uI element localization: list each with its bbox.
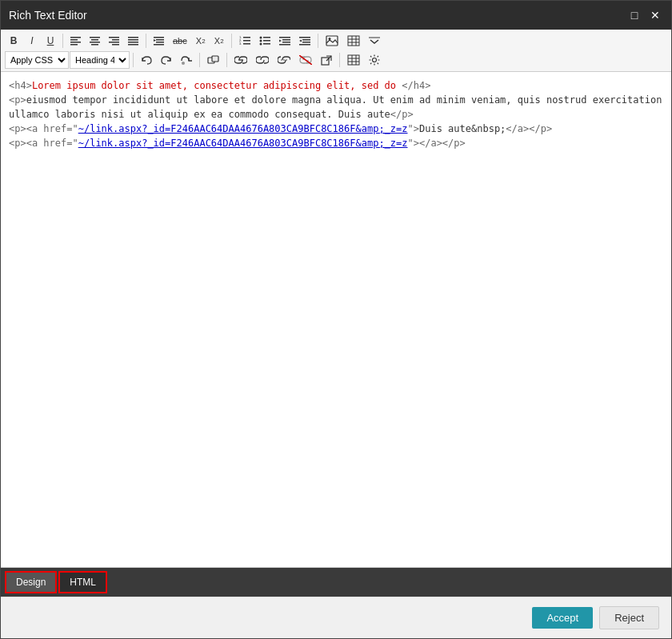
css-class-select[interactable]: Apply CSS Cl... [5,51,69,69]
undo-button[interactable] [137,51,156,69]
svg-rect-12 [128,37,138,38]
svg-marker-37 [279,39,282,42]
svg-rect-39 [302,39,310,41]
redo2-button[interactable] [177,51,196,69]
underline-button[interactable]: U [42,32,59,50]
svg-rect-40 [302,42,310,43]
svg-rect-6 [90,42,100,43]
svg-point-51 [182,62,185,65]
align-left-button[interactable] [66,32,85,50]
superscript-button[interactable]: X2 [210,32,228,50]
svg-rect-3 [70,44,78,46]
separator-5 [133,53,134,67]
link-remove-button[interactable] [295,51,316,69]
separator-4 [318,34,318,48]
mode-bar: Design HTML [1,568,671,597]
svg-rect-16 [154,37,164,38]
redo-button[interactable] [157,51,176,69]
more-button[interactable] [365,32,384,50]
format-button[interactable] [203,51,223,69]
svg-rect-15 [128,44,138,46]
heading-select[interactable]: Heading 1 Heading 2 Heading 3 Heading 4 … [70,51,130,69]
svg-rect-5 [91,39,98,41]
svg-rect-41 [299,44,310,46]
svg-rect-4 [90,37,100,38]
svg-rect-19 [154,44,164,46]
title-bar-controls: □ ✕ [626,7,663,23]
editor-content-area[interactable]: <h4>Lorem ipsum dolor sit amet, consecte… [1,72,671,568]
svg-rect-21 [243,37,250,38]
indent-button[interactable] [150,32,168,50]
svg-text:3.: 3. [239,42,242,46]
html-mode-button[interactable]: HTML [58,571,107,593]
link-edit-button[interactable] [252,51,273,69]
increase-indent-button[interactable] [275,32,294,50]
svg-rect-1 [70,39,78,41]
svg-rect-38 [299,37,310,38]
svg-marker-42 [299,39,302,42]
separator-1 [62,34,63,48]
toolbar-row-1: B I U abc X2 X2 1.2 [5,32,667,50]
align-justify-button[interactable] [124,32,142,50]
separator-2 [146,34,146,48]
svg-marker-20 [154,39,156,42]
table2-button[interactable] [343,51,364,69]
svg-rect-28 [263,40,270,42]
decrease-indent-button[interactable] [295,32,314,50]
title-bar: Rich Text Editor □ ✕ [1,1,671,30]
svg-rect-36 [279,44,290,46]
toolbar-row-2: Apply CSS Cl... Heading 1 Heading 2 Head… [5,51,667,69]
rich-text-editor-dialog: Rich Text Editor □ ✕ B I U [0,0,672,639]
svg-rect-11 [112,44,119,46]
editor-content: <h4>Lorem ipsum dolor sit amet, consecte… [9,78,663,150]
separator-8 [339,53,340,67]
maximize-button[interactable]: □ [626,7,642,23]
svg-rect-59 [348,55,359,65]
svg-rect-18 [156,42,164,43]
svg-rect-33 [279,37,290,38]
content-line-2: <p>eiusmod tempor incididunt ut labore e… [9,93,663,122]
link-insert-button[interactable] [230,51,251,69]
ordered-list-button[interactable]: 1.2.3. [235,32,254,50]
unordered-list-button[interactable] [255,32,274,50]
bold-button[interactable]: B [5,32,22,50]
dialog-title: Rich Text Editor [9,9,87,22]
align-right-button[interactable] [105,32,123,50]
close-button[interactable]: ✕ [647,7,663,23]
strikethrough-button[interactable]: abc [169,32,191,50]
align-center-button[interactable] [86,32,104,50]
svg-point-31 [259,39,262,42]
svg-rect-14 [128,42,138,43]
subscript-button[interactable]: X2 [192,32,210,50]
svg-rect-7 [91,44,98,46]
settings-button[interactable] [365,51,384,69]
accept-button[interactable]: Accept [532,607,593,629]
link-open-button[interactable] [317,51,336,69]
table-button[interactable] [343,32,364,50]
svg-rect-27 [263,37,270,38]
content-line-3: <p><a href="~/link.aspx?_id=F246AAC64DAA… [9,122,663,136]
svg-rect-17 [156,39,164,41]
svg-rect-10 [109,42,119,43]
svg-rect-53 [212,56,218,62]
svg-point-64 [373,58,377,62]
reject-button[interactable]: Reject [599,606,659,629]
svg-point-32 [259,42,262,45]
svg-point-30 [259,36,262,38]
content-line-4: <p><a href="~/link.aspx?_id=F246AAC64DAA… [9,136,663,150]
svg-rect-8 [109,37,119,38]
svg-rect-35 [282,42,290,43]
footer-bar: Accept Reject [1,597,671,638]
svg-rect-34 [282,39,290,41]
design-mode-button[interactable]: Design [5,571,57,593]
svg-rect-57 [322,58,329,65]
image-button[interactable] [322,32,342,50]
separator-6 [199,53,200,67]
content-line-1: <h4>Lorem ipsum dolor sit amet, consecte… [9,78,663,93]
svg-rect-29 [263,43,270,45]
svg-rect-22 [243,40,250,42]
svg-rect-13 [128,39,138,41]
svg-rect-2 [70,42,81,43]
italic-button[interactable]: I [23,32,41,50]
link-copy-button[interactable] [274,51,294,69]
